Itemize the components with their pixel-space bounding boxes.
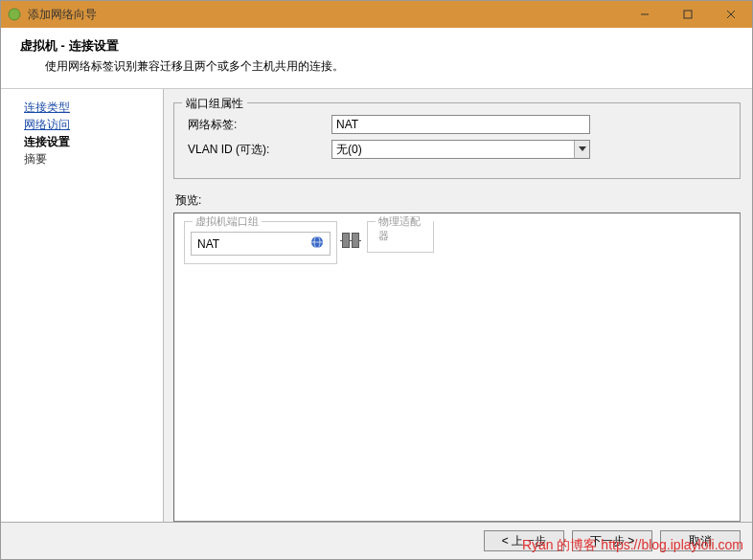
- step-connection-settings: 连接设置: [24, 133, 163, 150]
- portgroup-legend: 端口组属性: [182, 96, 247, 112]
- svg-point-0: [9, 9, 20, 20]
- wizard-body: 连接类型 网络访问 连接设置 摘要 端口组属性 网络标签: VLAN ID (可…: [1, 89, 752, 522]
- maximize-button[interactable]: [666, 1, 709, 28]
- page-description: 使用网络标签识别兼容迁移且两个或多个主机共用的连接。: [20, 58, 733, 75]
- vlan-row: VLAN ID (可选): 无(0): [188, 140, 726, 159]
- vlan-selected-value: 无(0): [332, 142, 574, 158]
- chevron-down-icon: [574, 141, 589, 158]
- network-label-text: 网络标签:: [188, 117, 331, 133]
- network-label-row: 网络标签:: [188, 115, 726, 134]
- step-network-access[interactable]: 网络访问: [24, 116, 163, 133]
- portgroup-properties: 端口组属性 网络标签: VLAN ID (可选): 无(0): [173, 102, 741, 179]
- svg-marker-5: [579, 146, 586, 151]
- window-controls: [623, 1, 752, 28]
- close-button[interactable]: [709, 1, 752, 28]
- physical-adapter-title: 物理适配器: [376, 214, 433, 243]
- main-panel: 端口组属性 网络标签: VLAN ID (可选): 无(0) 预览:: [164, 89, 752, 522]
- window-title: 添加网络向导: [28, 7, 623, 23]
- titlebar: 添加网络向导: [1, 1, 752, 28]
- wizard-steps: 连接类型 网络访问 连接设置 摘要: [1, 89, 164, 522]
- vlan-select[interactable]: 无(0): [331, 140, 590, 159]
- step-summary: 摘要: [24, 150, 163, 168]
- connector-icon: [340, 233, 361, 248]
- svg-rect-2: [684, 11, 692, 18]
- vm-portgroup-name: NAT: [197, 237, 219, 251]
- preview-label: 预览:: [175, 192, 741, 209]
- vm-portgroup-item: NAT: [191, 232, 331, 256]
- network-label-input[interactable]: [331, 115, 590, 134]
- preview-panel: 虚拟机端口组 NAT 物理适配器: [173, 213, 741, 522]
- page-title: 虚拟机 - 连接设置: [20, 37, 733, 55]
- vlan-label-text: VLAN ID (可选):: [188, 142, 331, 158]
- wizard-header: 虚拟机 - 连接设置 使用网络标签识别兼容迁移且两个或多个主机共用的连接。: [1, 28, 752, 89]
- network-icon: [310, 235, 324, 252]
- app-icon: [7, 7, 22, 22]
- minimize-button[interactable]: [623, 1, 666, 28]
- physical-adapter-box: 物理适配器 无适配器: [367, 221, 434, 253]
- vm-portgroup-title: 虚拟机端口组: [193, 214, 262, 229]
- vm-portgroup-box: 虚拟机端口组 NAT: [184, 221, 337, 264]
- watermark-text: Ryan 的博客 https://blog.iplayloli.com: [522, 537, 743, 554]
- step-connection-type[interactable]: 连接类型: [24, 99, 163, 116]
